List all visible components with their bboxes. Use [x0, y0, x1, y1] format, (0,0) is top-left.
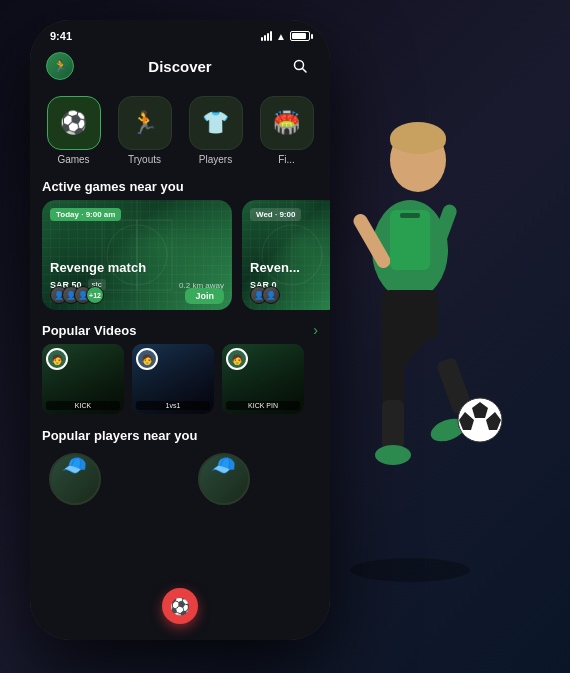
player-hat-1: 🧢 — [62, 453, 87, 477]
player-avatar-large-2: 🧢 — [198, 453, 250, 505]
games-icon-box: ⚽ — [47, 96, 101, 150]
video-label-1: KICK — [46, 401, 120, 410]
video-player-avatar-2: 🧑 — [136, 348, 158, 370]
status-time: 9:41 — [50, 30, 72, 42]
player-count-badge: +12 — [86, 286, 104, 304]
video-player-avatar-1: 🧑 — [46, 348, 68, 370]
player-card-2[interactable]: 🧢 — [191, 453, 256, 505]
video-thumb-2[interactable]: 🧑 1vs1 — [132, 344, 214, 414]
players-icon-box: 👕 — [189, 96, 243, 150]
fab-icon: ⚽ — [170, 597, 190, 616]
join-button-1[interactable]: Join — [185, 288, 224, 304]
svg-point-8 — [350, 558, 470, 582]
game-card-1[interactable]: Today · 9:00 am Revenge match SAR 50 stc… — [42, 200, 232, 310]
game-title-1: Revenge match — [50, 260, 146, 275]
svg-rect-18 — [382, 400, 404, 450]
game-date-1: Today · 9:00 am — [50, 208, 121, 221]
video-player-avatar-3: 🧑 — [226, 348, 248, 370]
avatar[interactable]: 🏃 — [46, 52, 74, 80]
category-tryouts[interactable]: 🏃 Tryouts — [113, 96, 176, 165]
player-avatars-1: 👤 👤 👤 +12 — [50, 286, 98, 304]
fab-button[interactable]: ⚽ — [162, 588, 198, 624]
header-title: Discover — [148, 58, 211, 75]
category-players[interactable]: 👕 Players — [184, 96, 247, 165]
svg-point-19 — [375, 445, 411, 465]
svg-rect-28 — [400, 213, 420, 218]
soccer-player-figure — [260, 30, 560, 590]
category-games[interactable]: ⚽ Games — [42, 96, 105, 165]
players-label: Players — [199, 154, 232, 165]
games-label: Games — [57, 154, 89, 165]
player-avatar-large-1: 🧢 — [49, 453, 101, 505]
svg-rect-12 — [390, 130, 446, 150]
tryouts-label: Tryouts — [128, 154, 161, 165]
soccer-player-svg — [260, 30, 560, 590]
video-thumb-1[interactable]: 🧑 KICK — [42, 344, 124, 414]
player-card-1[interactable]: 🧢 — [42, 453, 107, 505]
tryouts-icon-box: 🏃 — [118, 96, 172, 150]
svg-rect-15 — [390, 210, 430, 270]
player-hat-2: 🧢 — [211, 453, 236, 477]
page-wrapper: 9:41 ▲ 🏃 Discover — [0, 0, 570, 673]
video-label-2: 1vs1 — [136, 401, 210, 410]
player-card-spacer — [119, 453, 179, 505]
videos-section-title: Popular Videos — [42, 323, 136, 338]
